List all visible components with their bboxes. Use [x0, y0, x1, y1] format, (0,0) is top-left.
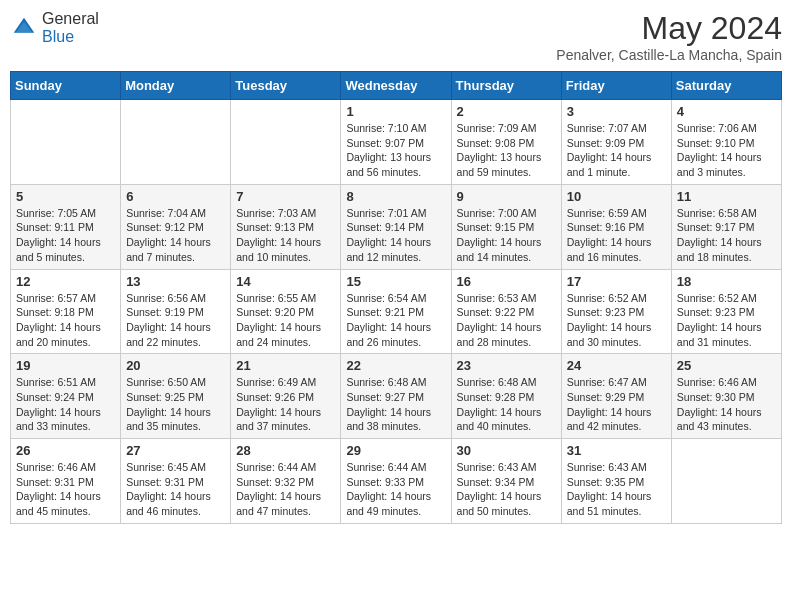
- day-number: 5: [16, 189, 115, 204]
- day-number: 12: [16, 274, 115, 289]
- day-info: Sunrise: 7:00 AMSunset: 9:15 PMDaylight:…: [457, 206, 556, 265]
- day-info: Sunrise: 6:49 AMSunset: 9:26 PMDaylight:…: [236, 375, 335, 434]
- day-cell: 20Sunrise: 6:50 AMSunset: 9:25 PMDayligh…: [121, 354, 231, 439]
- day-cell: 31Sunrise: 6:43 AMSunset: 9:35 PMDayligh…: [561, 439, 671, 524]
- day-number: 21: [236, 358, 335, 373]
- day-cell: [671, 439, 781, 524]
- day-number: 4: [677, 104, 776, 119]
- day-number: 18: [677, 274, 776, 289]
- day-info: Sunrise: 6:52 AMSunset: 9:23 PMDaylight:…: [567, 291, 666, 350]
- day-cell: [11, 100, 121, 185]
- day-number: 25: [677, 358, 776, 373]
- day-cell: 29Sunrise: 6:44 AMSunset: 9:33 PMDayligh…: [341, 439, 451, 524]
- week-row-1: 1Sunrise: 7:10 AMSunset: 9:07 PMDaylight…: [11, 100, 782, 185]
- day-cell: 3Sunrise: 7:07 AMSunset: 9:09 PMDaylight…: [561, 100, 671, 185]
- day-number: 20: [126, 358, 225, 373]
- day-info: Sunrise: 6:59 AMSunset: 9:16 PMDaylight:…: [567, 206, 666, 265]
- weekday-header-wednesday: Wednesday: [341, 72, 451, 100]
- day-number: 3: [567, 104, 666, 119]
- day-cell: 15Sunrise: 6:54 AMSunset: 9:21 PMDayligh…: [341, 269, 451, 354]
- day-number: 23: [457, 358, 556, 373]
- day-info: Sunrise: 6:44 AMSunset: 9:32 PMDaylight:…: [236, 460, 335, 519]
- day-number: 1: [346, 104, 445, 119]
- day-info: Sunrise: 6:43 AMSunset: 9:35 PMDaylight:…: [567, 460, 666, 519]
- day-cell: 5Sunrise: 7:05 AMSunset: 9:11 PMDaylight…: [11, 184, 121, 269]
- day-cell: 8Sunrise: 7:01 AMSunset: 9:14 PMDaylight…: [341, 184, 451, 269]
- day-info: Sunrise: 7:03 AMSunset: 9:13 PMDaylight:…: [236, 206, 335, 265]
- day-number: 28: [236, 443, 335, 458]
- day-number: 16: [457, 274, 556, 289]
- day-cell: 22Sunrise: 6:48 AMSunset: 9:27 PMDayligh…: [341, 354, 451, 439]
- day-number: 8: [346, 189, 445, 204]
- week-row-2: 5Sunrise: 7:05 AMSunset: 9:11 PMDaylight…: [11, 184, 782, 269]
- day-cell: 7Sunrise: 7:03 AMSunset: 9:13 PMDaylight…: [231, 184, 341, 269]
- day-info: Sunrise: 6:44 AMSunset: 9:33 PMDaylight:…: [346, 460, 445, 519]
- day-number: 7: [236, 189, 335, 204]
- day-info: Sunrise: 6:43 AMSunset: 9:34 PMDaylight:…: [457, 460, 556, 519]
- day-cell: 28Sunrise: 6:44 AMSunset: 9:32 PMDayligh…: [231, 439, 341, 524]
- weekday-header-friday: Friday: [561, 72, 671, 100]
- week-row-5: 26Sunrise: 6:46 AMSunset: 9:31 PMDayligh…: [11, 439, 782, 524]
- day-cell: 13Sunrise: 6:56 AMSunset: 9:19 PMDayligh…: [121, 269, 231, 354]
- day-number: 14: [236, 274, 335, 289]
- logo-general-text: General: [42, 10, 99, 27]
- day-info: Sunrise: 7:06 AMSunset: 9:10 PMDaylight:…: [677, 121, 776, 180]
- day-number: 29: [346, 443, 445, 458]
- day-cell: 10Sunrise: 6:59 AMSunset: 9:16 PMDayligh…: [561, 184, 671, 269]
- day-cell: 24Sunrise: 6:47 AMSunset: 9:29 PMDayligh…: [561, 354, 671, 439]
- day-info: Sunrise: 7:09 AMSunset: 9:08 PMDaylight:…: [457, 121, 556, 180]
- day-info: Sunrise: 6:55 AMSunset: 9:20 PMDaylight:…: [236, 291, 335, 350]
- day-cell: 18Sunrise: 6:52 AMSunset: 9:23 PMDayligh…: [671, 269, 781, 354]
- day-info: Sunrise: 6:51 AMSunset: 9:24 PMDaylight:…: [16, 375, 115, 434]
- title-area: May 2024 Penalver, Castille-La Mancha, S…: [556, 10, 782, 63]
- day-info: Sunrise: 6:47 AMSunset: 9:29 PMDaylight:…: [567, 375, 666, 434]
- day-cell: 1Sunrise: 7:10 AMSunset: 9:07 PMDaylight…: [341, 100, 451, 185]
- day-number: 11: [677, 189, 776, 204]
- day-number: 31: [567, 443, 666, 458]
- day-number: 15: [346, 274, 445, 289]
- day-info: Sunrise: 6:54 AMSunset: 9:21 PMDaylight:…: [346, 291, 445, 350]
- day-info: Sunrise: 6:46 AMSunset: 9:31 PMDaylight:…: [16, 460, 115, 519]
- day-cell: 9Sunrise: 7:00 AMSunset: 9:15 PMDaylight…: [451, 184, 561, 269]
- day-cell: 12Sunrise: 6:57 AMSunset: 9:18 PMDayligh…: [11, 269, 121, 354]
- week-row-3: 12Sunrise: 6:57 AMSunset: 9:18 PMDayligh…: [11, 269, 782, 354]
- day-cell: 19Sunrise: 6:51 AMSunset: 9:24 PMDayligh…: [11, 354, 121, 439]
- day-number: 30: [457, 443, 556, 458]
- day-info: Sunrise: 7:01 AMSunset: 9:14 PMDaylight:…: [346, 206, 445, 265]
- day-info: Sunrise: 6:58 AMSunset: 9:17 PMDaylight:…: [677, 206, 776, 265]
- day-info: Sunrise: 6:57 AMSunset: 9:18 PMDaylight:…: [16, 291, 115, 350]
- day-info: Sunrise: 6:48 AMSunset: 9:27 PMDaylight:…: [346, 375, 445, 434]
- day-info: Sunrise: 6:53 AMSunset: 9:22 PMDaylight:…: [457, 291, 556, 350]
- calendar-table: SundayMondayTuesdayWednesdayThursdayFrid…: [10, 71, 782, 524]
- weekday-header-monday: Monday: [121, 72, 231, 100]
- day-number: 10: [567, 189, 666, 204]
- logo-blue-text: Blue: [42, 28, 74, 45]
- day-cell: 16Sunrise: 6:53 AMSunset: 9:22 PMDayligh…: [451, 269, 561, 354]
- day-number: 24: [567, 358, 666, 373]
- day-cell: [121, 100, 231, 185]
- logo: General Blue: [10, 10, 99, 46]
- weekday-header-sunday: Sunday: [11, 72, 121, 100]
- day-number: 17: [567, 274, 666, 289]
- day-info: Sunrise: 6:50 AMSunset: 9:25 PMDaylight:…: [126, 375, 225, 434]
- page-header: General Blue May 2024 Penalver, Castille…: [10, 10, 782, 63]
- weekday-header-thursday: Thursday: [451, 72, 561, 100]
- week-row-4: 19Sunrise: 6:51 AMSunset: 9:24 PMDayligh…: [11, 354, 782, 439]
- day-info: Sunrise: 7:07 AMSunset: 9:09 PMDaylight:…: [567, 121, 666, 180]
- day-info: Sunrise: 6:56 AMSunset: 9:19 PMDaylight:…: [126, 291, 225, 350]
- day-number: 26: [16, 443, 115, 458]
- logo-icon: [10, 14, 38, 42]
- month-title: May 2024: [556, 10, 782, 47]
- weekday-header-saturday: Saturday: [671, 72, 781, 100]
- day-info: Sunrise: 7:10 AMSunset: 9:07 PMDaylight:…: [346, 121, 445, 180]
- day-cell: 21Sunrise: 6:49 AMSunset: 9:26 PMDayligh…: [231, 354, 341, 439]
- location-title: Penalver, Castille-La Mancha, Spain: [556, 47, 782, 63]
- day-cell: 25Sunrise: 6:46 AMSunset: 9:30 PMDayligh…: [671, 354, 781, 439]
- day-number: 19: [16, 358, 115, 373]
- day-number: 9: [457, 189, 556, 204]
- day-cell: 11Sunrise: 6:58 AMSunset: 9:17 PMDayligh…: [671, 184, 781, 269]
- day-info: Sunrise: 7:04 AMSunset: 9:12 PMDaylight:…: [126, 206, 225, 265]
- day-cell: 4Sunrise: 7:06 AMSunset: 9:10 PMDaylight…: [671, 100, 781, 185]
- day-info: Sunrise: 6:48 AMSunset: 9:28 PMDaylight:…: [457, 375, 556, 434]
- day-number: 27: [126, 443, 225, 458]
